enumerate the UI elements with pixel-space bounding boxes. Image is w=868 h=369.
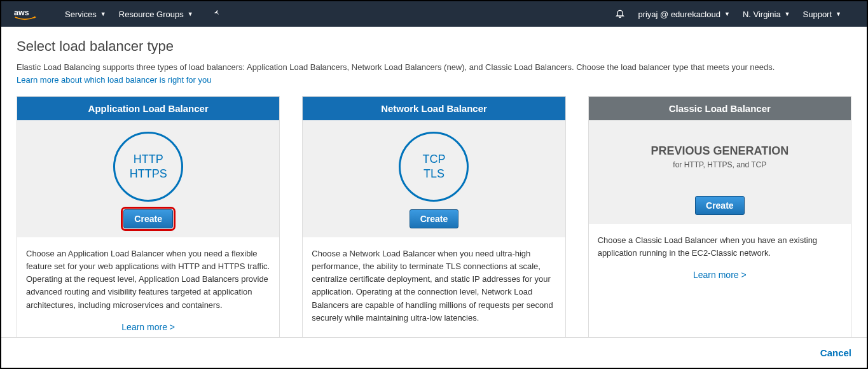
nlb-description: Choose a Network Load Balancer when you … — [312, 247, 556, 324]
bell-icon[interactable] — [615, 8, 625, 20]
alb-circle-line2: HTTPS — [130, 167, 167, 181]
nav-resource-groups[interactable]: Resource Groups ▼ — [119, 10, 193, 19]
create-alb-button[interactable]: Create — [123, 209, 173, 228]
chevron-down-icon: ▼ — [785, 11, 790, 17]
clb-prevgen-sub: for HTTP, HTTPS, and TCP — [595, 160, 844, 169]
nlb-circle-line1: TCP — [422, 152, 445, 167]
card-alb-header: Application Load Balancer — [17, 97, 279, 120]
card-clb-upper: PREVIOUS GENERATION for HTTP, HTTPS, and… — [589, 120, 851, 224]
card-nlb-header: Network Load Balancer — [303, 97, 565, 120]
nav-region-label: N. Virginia — [743, 10, 781, 19]
create-clb-button[interactable]: Create — [695, 196, 745, 215]
chevron-down-icon: ▼ — [100, 11, 106, 17]
nav-services[interactable]: Services ▼ — [65, 10, 106, 19]
card-clb-lower: Choose a Classic Load Balancer when you … — [589, 224, 851, 289]
chevron-down-icon: ▼ — [188, 11, 193, 17]
card-clb-header: Classic Load Balancer — [589, 97, 851, 120]
top-nav: aws Services ▼ Resource Groups ▼ priyaj … — [1, 1, 867, 27]
chevron-down-icon: ▼ — [836, 11, 841, 17]
alb-circle-line1: HTTP — [134, 152, 163, 167]
card-nlb-lower: Choose a Network Load Balancer when you … — [303, 237, 565, 331]
cancel-button[interactable]: Cancel — [820, 347, 851, 358]
pin-icon[interactable] — [212, 9, 221, 20]
card-nlb: Network Load Balancer TCP TLS Create Cho… — [302, 96, 565, 338]
nav-support-label: Support — [803, 10, 832, 19]
alb-protocol-circle-icon: HTTP HTTPS — [113, 132, 183, 202]
svg-text:aws: aws — [14, 8, 29, 17]
learn-more-right-lb-link[interactable]: Learn more about which load balancer is … — [17, 75, 211, 85]
page-title: Select load balancer type — [17, 38, 851, 55]
card-alb-upper: HTTP HTTPS Create — [17, 120, 279, 237]
main-content: Select load balancer type Elastic Load B… — [1, 27, 867, 338]
alb-description: Choose an Application Load Balancer when… — [26, 247, 270, 312]
aws-logo[interactable]: aws — [14, 8, 46, 20]
card-alb: Application Load Balancer HTTP HTTPS Cre… — [17, 96, 280, 338]
clb-description: Choose a Classic Load Balancer when you … — [598, 234, 842, 260]
nav-account[interactable]: priyaj @ edurekacloud ▼ — [638, 10, 729, 19]
nav-account-label: priyaj @ edurekacloud — [638, 10, 720, 19]
alb-learn-more-link[interactable]: Learn more > — [26, 321, 270, 335]
footer: Cancel — [1, 337, 867, 368]
chevron-down-icon: ▼ — [724, 11, 730, 17]
create-nlb-button[interactable]: Create — [410, 209, 459, 228]
clb-learn-more-link[interactable]: Learn more > — [598, 268, 842, 282]
nav-support[interactable]: Support ▼ — [803, 10, 841, 19]
intro-paragraph: Elastic Load Balancing supports three ty… — [17, 62, 775, 72]
nlb-circle-line2: TLS — [424, 167, 444, 181]
card-clb: Classic Load Balancer PREVIOUS GENERATIO… — [588, 96, 851, 338]
cards-row: Application Load Balancer HTTP HTTPS Cre… — [17, 96, 851, 338]
nav-region[interactable]: N. Virginia ▼ — [743, 10, 790, 19]
intro-text: Elastic Load Balancing supports three ty… — [17, 61, 851, 86]
card-alb-lower: Choose an Application Load Balancer when… — [17, 237, 279, 338]
card-nlb-upper: TCP TLS Create — [303, 120, 565, 237]
nav-services-label: Services — [65, 10, 97, 19]
nav-resource-groups-label: Resource Groups — [119, 10, 184, 19]
clb-prevgen-title: PREVIOUS GENERATION — [595, 144, 844, 158]
nlb-protocol-circle-icon: TCP TLS — [399, 132, 469, 202]
